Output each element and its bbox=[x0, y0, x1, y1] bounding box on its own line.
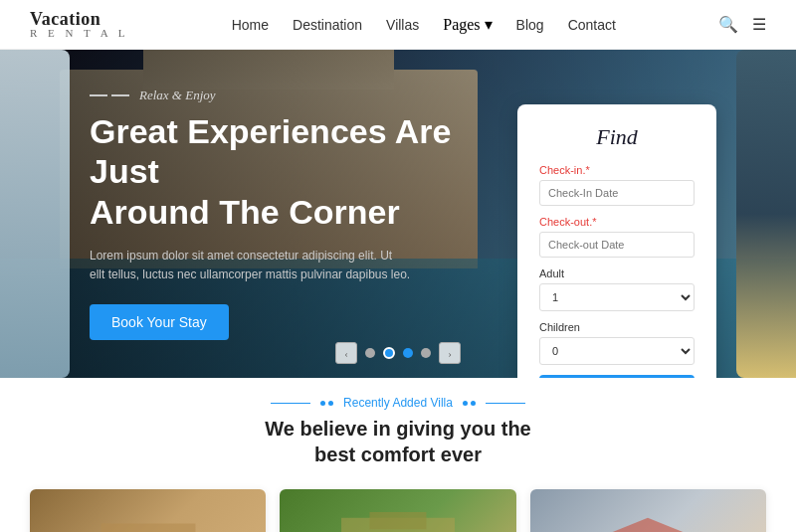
eyebrow-dots-right bbox=[463, 401, 476, 406]
logo: Vacation R e n t a l bbox=[30, 10, 129, 39]
villa-card-2[interactable]: The Sanskara Suite Lorem ipsum dolor sit… bbox=[280, 489, 515, 532]
carousel-dots: ‹ › bbox=[335, 342, 461, 364]
hero-tagline: Relax & Enjoy bbox=[90, 88, 498, 103]
svg-marker-12 bbox=[563, 518, 733, 532]
find-card: Find Check-in.* Check-out.* Adult 1 2 3 … bbox=[517, 104, 716, 378]
book-stay-button[interactable]: Book Your Stay bbox=[90, 304, 229, 340]
checkin-label: Check-in.* bbox=[539, 164, 695, 176]
villa-image-1 bbox=[30, 489, 266, 532]
menu-icon[interactable]: ☰ bbox=[752, 15, 766, 34]
section-title: We believe in giving you the best comfor… bbox=[30, 416, 766, 467]
svg-rect-7 bbox=[370, 512, 427, 529]
checkin-input[interactable] bbox=[539, 180, 695, 206]
tagline-line-1 bbox=[90, 94, 107, 96]
nav-destination[interactable]: Destination bbox=[293, 17, 362, 33]
villa-image-2 bbox=[280, 489, 515, 532]
svg-rect-1 bbox=[100, 524, 195, 533]
villa-building-3 bbox=[553, 512, 742, 532]
carousel-dot-4[interactable] bbox=[421, 348, 431, 358]
logo-subtitle: R e n t a l bbox=[30, 28, 129, 39]
chevron-down-icon: ▾ bbox=[485, 15, 493, 34]
hero-section: Relax & Enjoy Great Experiences Are Just… bbox=[0, 50, 796, 378]
tagline-text: Relax & Enjoy bbox=[139, 88, 216, 103]
tagline-decoration bbox=[90, 94, 129, 96]
carousel-next[interactable]: › bbox=[439, 342, 461, 364]
section-title-line2: best comfort ever bbox=[314, 443, 482, 465]
hero-content: Relax & Enjoy Great Experiences Are Just… bbox=[0, 88, 498, 341]
carousel-dot-3[interactable] bbox=[403, 348, 413, 358]
villa-grid: Villa Amalia Lorem ipsum dolor sit amet,… bbox=[0, 477, 796, 532]
nav-home[interactable]: Home bbox=[232, 17, 269, 33]
eyebrow-text: Recently Added Villa bbox=[343, 396, 453, 410]
carousel-dot-2[interactable] bbox=[383, 347, 395, 359]
side-panel-right bbox=[736, 50, 796, 378]
villa-building-1 bbox=[54, 512, 243, 532]
eyebrow-line-right bbox=[486, 403, 525, 404]
nav-contact[interactable]: Contact bbox=[568, 17, 616, 33]
hero-description: Lorem ipsum dolor sit amet consectetur a… bbox=[90, 247, 438, 284]
eyebrow-line-left bbox=[271, 403, 310, 404]
eyebrow-dots-left bbox=[320, 401, 333, 406]
nav-pages[interactable]: Pages ▾ bbox=[443, 15, 492, 34]
nav-links: Home Destination Villas Pages ▾ Blog Con… bbox=[232, 15, 616, 34]
villa-card-3[interactable]: Hartono's Villa Lorem ipsum dolor sit am… bbox=[530, 489, 766, 532]
carousel-dot-1[interactable] bbox=[365, 348, 375, 358]
carousel-prev[interactable]: ‹ bbox=[335, 342, 357, 364]
hero-title: Great Experiences Are JustAround The Cor… bbox=[90, 111, 498, 233]
nav-actions: 🔍 ☰ bbox=[718, 15, 766, 34]
recently-added-section: Recently Added Villa We believe in givin… bbox=[0, 378, 796, 477]
children-select[interactable]: 0 1 2 3 bbox=[539, 337, 695, 365]
nav-blog[interactable]: Blog bbox=[516, 17, 544, 33]
villa-card-1[interactable]: Villa Amalia Lorem ipsum dolor sit amet,… bbox=[30, 489, 266, 532]
nav-villas[interactable]: Villas bbox=[386, 17, 419, 33]
tagline-line-2 bbox=[111, 94, 129, 96]
villa-building-2 bbox=[303, 512, 493, 532]
search-icon[interactable]: 🔍 bbox=[718, 15, 738, 34]
villa-image-3 bbox=[530, 489, 766, 532]
nav-pages-label: Pages bbox=[443, 16, 480, 34]
logo-title: Vacation bbox=[30, 10, 129, 28]
find-title: Find bbox=[539, 124, 695, 150]
children-label: Children bbox=[539, 321, 695, 333]
navbar: Vacation R e n t a l Home Destination Vi… bbox=[0, 0, 796, 50]
adult-label: Adult bbox=[539, 267, 695, 279]
adult-select[interactable]: 1 2 3 4 bbox=[539, 283, 695, 311]
section-eyebrow: Recently Added Villa bbox=[30, 396, 766, 410]
section-title-line1: We believe in giving you the bbox=[265, 418, 530, 440]
checkout-label: Check-out.* bbox=[539, 216, 695, 228]
search-button[interactable]: 🔍 Search bbox=[539, 375, 695, 378]
checkout-input[interactable] bbox=[539, 232, 695, 258]
